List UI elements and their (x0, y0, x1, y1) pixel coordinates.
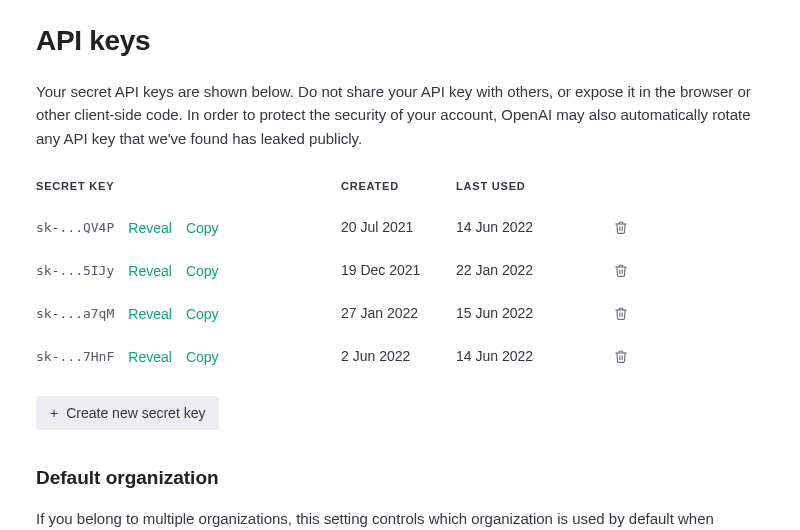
create-button-label: Create new secret key (66, 405, 205, 421)
delete-button[interactable] (614, 263, 628, 278)
created-cell: 27 Jan 2022 (341, 303, 456, 324)
reveal-button[interactable]: Reveal (128, 263, 172, 279)
trash-icon (614, 306, 628, 321)
header-created: CREATED (341, 178, 456, 195)
secret-key-code: sk-...a7qM (36, 304, 114, 324)
last-used-cell: 14 Jun 2022 (456, 346, 601, 367)
header-secret-key: SECRET KEY (36, 178, 341, 195)
table-header-row: SECRET KEY CREATED LAST USED (36, 178, 764, 207)
reveal-button[interactable]: Reveal (128, 220, 172, 236)
last-used-cell: 15 Jun 2022 (456, 303, 601, 324)
trash-icon (614, 220, 628, 235)
create-new-secret-key-button[interactable]: + Create new secret key (36, 396, 219, 430)
default-org-text: If you belong to multiple organizations,… (36, 507, 764, 530)
table-row: sk-...QV4P Reveal Copy 20 Jul 2021 14 Ju… (36, 206, 764, 249)
default-org-title: Default organization (36, 464, 764, 493)
copy-button[interactable]: Copy (186, 306, 219, 322)
page-title: API keys (36, 20, 764, 62)
copy-button[interactable]: Copy (186, 349, 219, 365)
last-used-cell: 14 Jun 2022 (456, 217, 601, 238)
copy-button[interactable]: Copy (186, 263, 219, 279)
trash-icon (614, 263, 628, 278)
secret-key-code: sk-...QV4P (36, 218, 114, 238)
header-last-used: LAST USED (456, 178, 601, 195)
table-row: sk-...7HnF Reveal Copy 2 Jun 2022 14 Jun… (36, 335, 764, 378)
reveal-button[interactable]: Reveal (128, 349, 172, 365)
secret-key-code: sk-...5IJy (36, 261, 114, 281)
created-cell: 2 Jun 2022 (341, 346, 456, 367)
copy-button[interactable]: Copy (186, 220, 219, 236)
reveal-button[interactable]: Reveal (128, 306, 172, 322)
plus-icon: + (50, 406, 58, 420)
trash-icon (614, 349, 628, 364)
delete-button[interactable] (614, 349, 628, 364)
page-description: Your secret API keys are shown below. Do… (36, 80, 764, 150)
created-cell: 19 Dec 2021 (341, 260, 456, 281)
secret-key-code: sk-...7HnF (36, 347, 114, 367)
delete-button[interactable] (614, 220, 628, 235)
last-used-cell: 22 Jan 2022 (456, 260, 601, 281)
table-row: sk-...a7qM Reveal Copy 27 Jan 2022 15 Ju… (36, 292, 764, 335)
created-cell: 20 Jul 2021 (341, 217, 456, 238)
delete-button[interactable] (614, 306, 628, 321)
table-row: sk-...5IJy Reveal Copy 19 Dec 2021 22 Ja… (36, 249, 764, 292)
